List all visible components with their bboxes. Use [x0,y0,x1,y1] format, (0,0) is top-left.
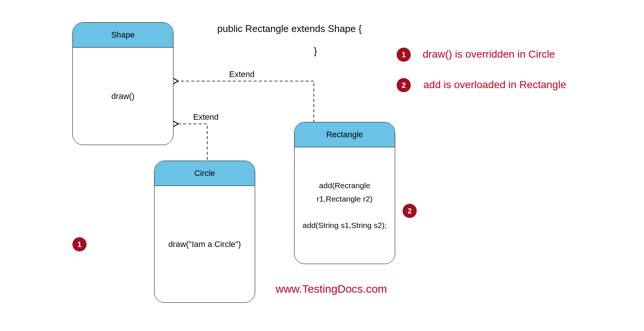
callout-badge-rectangle: 2 [403,204,417,218]
extend-label-rectangle: Extend [229,70,255,79]
site-url: www.TestingDocs.com [276,283,387,295]
uml-class-shape-title: Shape [73,23,173,48]
uml-class-circle-body: draw("Iam a Circle") [155,186,255,302]
legend-badge-1: 1 [397,48,411,62]
uml-class-rectangle: Rectangle add(Recrangle r1,Rectangle r2)… [294,122,395,264]
uml-class-circle-title: Circle [155,161,255,186]
uml-class-rectangle-body: add(Recrangle r1,Rectangle r2) add(Strin… [295,147,395,264]
uml-class-circle: Circle draw("Iam a Circle") [154,161,255,303]
code-line-2: } [314,45,317,57]
legend-note-1: draw() is overridden in Circle [423,48,555,60]
extend-label-circle: Extend [193,112,219,122]
legend-note-2: add is overloaded in Rectangle [423,79,566,91]
uml-class-rectangle-title: Rectangle [295,122,395,147]
legend-badge-2: 2 [397,78,411,92]
code-line-1: public Rectangle extends Shape { [217,23,362,35]
uml-class-shape-body: draw() [73,48,173,145]
callout-badge-circle: 1 [72,237,87,251]
uml-class-shape: Shape draw() [72,22,173,145]
